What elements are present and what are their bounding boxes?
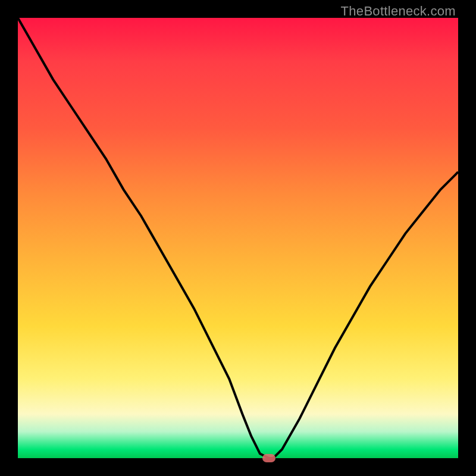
watermark-label: TheBottleneck.com bbox=[341, 4, 456, 19]
optimal-marker bbox=[262, 454, 275, 462]
bottleneck-curve bbox=[18, 18, 458, 458]
plot-area bbox=[18, 18, 458, 458]
chart-stage: TheBottleneck.com bbox=[0, 0, 476, 476]
